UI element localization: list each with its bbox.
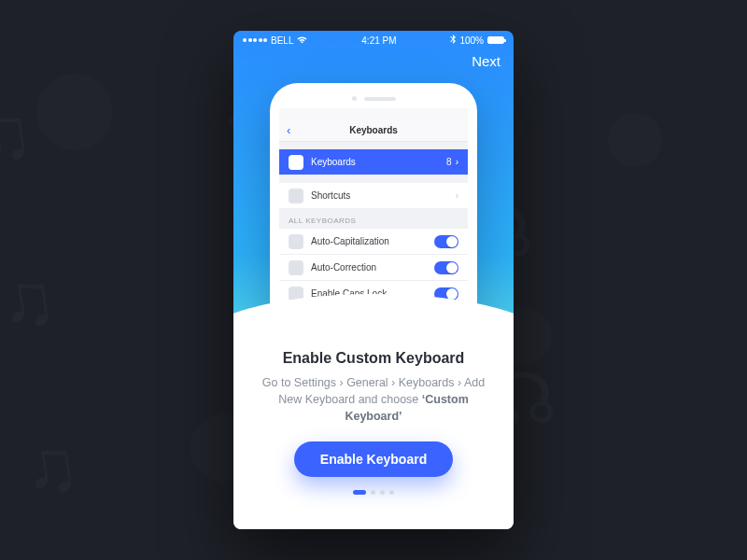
mock-toggle-autocorr: Auto-Correction bbox=[279, 255, 468, 281]
status-bar: BELL 4:21 PM 100% bbox=[233, 31, 514, 48]
panel-title: Enable Custom Keyboard bbox=[260, 350, 487, 367]
chevron-right-icon: › bbox=[456, 190, 458, 201]
toggle-on-icon bbox=[434, 261, 458, 274]
next-button[interactable]: Next bbox=[472, 53, 500, 69]
panel-description: Go to Settings › General › Keyboards › A… bbox=[260, 374, 487, 425]
mock-nav-title: Keyboards bbox=[349, 125, 398, 135]
page-dot[interactable] bbox=[371, 490, 375, 495]
signal-dots-icon bbox=[243, 38, 267, 42]
page-dot[interactable] bbox=[389, 490, 394, 495]
chevron-left-icon: ‹ bbox=[287, 123, 290, 137]
keyboards-icon bbox=[289, 155, 303, 170]
page-dot[interactable] bbox=[380, 490, 385, 495]
onboarding-card: BELL 4:21 PM 100% Next ‹ Keyboards bbox=[233, 31, 514, 529]
page-dot-active bbox=[353, 490, 366, 495]
enable-keyboard-button[interactable]: Enable Keyboard bbox=[294, 441, 453, 477]
mock-section-label: ALL KEYBOARDS bbox=[279, 209, 468, 229]
battery-icon bbox=[487, 36, 504, 44]
toggle-row-icon bbox=[289, 260, 303, 275]
toggle-row-icon bbox=[289, 234, 303, 249]
toggle-on-icon bbox=[434, 235, 458, 248]
shortcuts-icon bbox=[289, 189, 303, 203]
page-indicator bbox=[260, 490, 487, 495]
instruction-panel: Enable Custom Keyboard Go to Settings › … bbox=[233, 344, 514, 529]
carrier-label: BELL bbox=[271, 35, 293, 46]
mock-row-shortcuts: Shortcuts › bbox=[279, 183, 468, 209]
wifi-icon bbox=[297, 35, 307, 46]
mock-row-keyboards: Keyboards 8 › bbox=[279, 149, 468, 175]
status-time: 4:21 PM bbox=[361, 35, 396, 46]
chevron-right-icon: › bbox=[456, 157, 458, 167]
bluetooth-icon bbox=[450, 35, 456, 46]
mock-toggle-autocap: Auto-Capitalization bbox=[279, 229, 468, 255]
battery-pct: 100% bbox=[459, 35, 484, 46]
